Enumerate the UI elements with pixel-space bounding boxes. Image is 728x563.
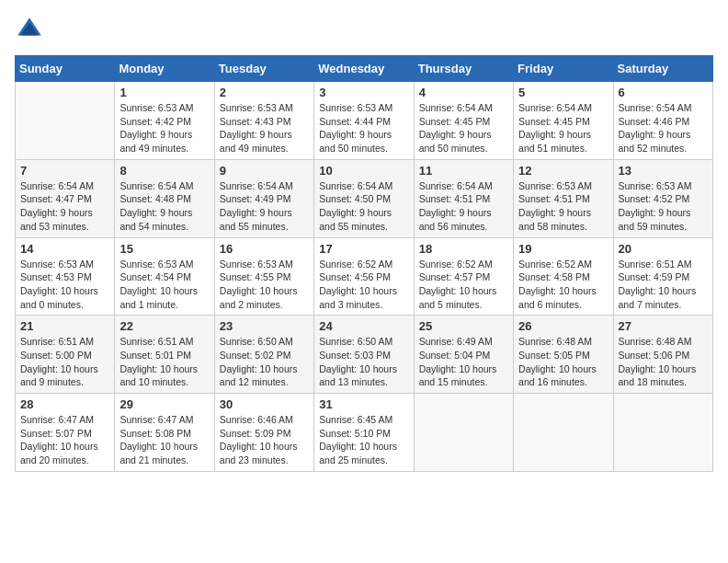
weekday-header-thursday: Thursday [414, 56, 513, 82]
calendar-cell: 3Sunrise: 6:53 AMSunset: 4:44 PMDaylight… [314, 82, 414, 160]
calendar-cell: 14Sunrise: 6:53 AMSunset: 4:53 PMDayligh… [16, 237, 115, 316]
day-info: Sunrise: 6:53 AMSunset: 4:52 PMDaylight:… [619, 179, 708, 234]
day-number: 6 [619, 86, 708, 99]
calendar-cell: 31Sunrise: 6:45 AMSunset: 5:10 PMDayligh… [314, 394, 414, 472]
day-info: Sunrise: 6:51 AMSunset: 5:00 PMDaylight:… [20, 335, 109, 389]
calendar-cell: 15Sunrise: 6:53 AMSunset: 4:54 PMDayligh… [115, 237, 214, 316]
calendar-cell [613, 394, 712, 472]
day-info: Sunrise: 6:53 AMSunset: 4:43 PMDaylight:… [220, 101, 309, 155]
day-info: Sunrise: 6:54 AMSunset: 4:45 PMDaylight:… [419, 101, 508, 155]
day-info: Sunrise: 6:47 AMSunset: 5:08 PMDaylight:… [119, 413, 209, 467]
day-info: Sunrise: 6:51 AMSunset: 4:59 PMDaylight:… [619, 258, 708, 312]
day-number: 7 [20, 164, 109, 178]
day-info: Sunrise: 6:54 AMSunset: 4:45 PMDaylight:… [518, 101, 608, 155]
calendar-cell: 18Sunrise: 6:52 AMSunset: 4:57 PMDayligh… [414, 237, 513, 316]
day-number: 28 [20, 397, 109, 411]
day-info: Sunrise: 6:47 AMSunset: 5:07 PMDaylight:… [20, 413, 109, 467]
page-header [15, 15, 713, 44]
day-info: Sunrise: 6:52 AMSunset: 4:56 PMDaylight:… [319, 258, 408, 312]
day-number: 27 [619, 319, 708, 333]
day-info: Sunrise: 6:52 AMSunset: 4:57 PMDaylight:… [419, 258, 508, 312]
day-info: Sunrise: 6:46 AMSunset: 5:09 PMDaylight:… [220, 413, 309, 467]
day-number: 31 [319, 397, 408, 411]
day-info: Sunrise: 6:53 AMSunset: 4:55 PMDaylight:… [220, 258, 309, 312]
calendar-cell: 17Sunrise: 6:52 AMSunset: 4:56 PMDayligh… [314, 237, 414, 316]
day-info: Sunrise: 6:53 AMSunset: 4:53 PMDaylight:… [20, 258, 109, 312]
day-info: Sunrise: 6:54 AMSunset: 4:48 PMDaylight:… [119, 179, 209, 234]
day-number: 13 [619, 164, 708, 178]
calendar-cell: 10Sunrise: 6:54 AMSunset: 4:50 PMDayligh… [314, 159, 414, 237]
calendar-cell: 28Sunrise: 6:47 AMSunset: 5:07 PMDayligh… [16, 394, 115, 472]
calendar-cell: 30Sunrise: 6:46 AMSunset: 5:09 PMDayligh… [214, 394, 313, 472]
logo [15, 15, 48, 44]
day-info: Sunrise: 6:53 AMSunset: 4:54 PMDaylight:… [119, 258, 209, 312]
day-number: 19 [518, 242, 608, 256]
calendar-cell: 7Sunrise: 6:54 AMSunset: 4:47 PMDaylight… [16, 159, 115, 237]
weekday-header-wednesday: Wednesday [314, 56, 414, 82]
day-number: 12 [518, 164, 608, 178]
calendar-cell: 29Sunrise: 6:47 AMSunset: 5:08 PMDayligh… [115, 394, 214, 472]
calendar-week-3: 14Sunrise: 6:53 AMSunset: 4:53 PMDayligh… [16, 237, 713, 316]
calendar-cell: 23Sunrise: 6:50 AMSunset: 5:02 PMDayligh… [214, 316, 313, 394]
calendar-cell: 12Sunrise: 6:53 AMSunset: 4:51 PMDayligh… [514, 159, 613, 237]
day-info: Sunrise: 6:50 AMSunset: 5:03 PMDaylight:… [319, 335, 408, 389]
day-info: Sunrise: 6:54 AMSunset: 4:51 PMDaylight:… [419, 179, 508, 234]
day-number: 9 [220, 164, 309, 178]
logo-icon [15, 15, 44, 44]
day-number: 14 [20, 242, 109, 256]
calendar-cell: 22Sunrise: 6:51 AMSunset: 5:01 PMDayligh… [115, 316, 214, 394]
day-info: Sunrise: 6:54 AMSunset: 4:50 PMDaylight:… [319, 179, 408, 234]
calendar-cell: 25Sunrise: 6:49 AMSunset: 5:04 PMDayligh… [414, 316, 513, 394]
day-number: 5 [518, 86, 608, 99]
calendar-cell: 4Sunrise: 6:54 AMSunset: 4:45 PMDaylight… [414, 82, 513, 160]
day-number: 30 [220, 397, 309, 411]
calendar-cell: 24Sunrise: 6:50 AMSunset: 5:03 PMDayligh… [314, 316, 414, 394]
calendar-cell: 5Sunrise: 6:54 AMSunset: 4:45 PMDaylight… [514, 82, 613, 160]
calendar-week-5: 28Sunrise: 6:47 AMSunset: 5:07 PMDayligh… [16, 394, 713, 472]
calendar-cell: 6Sunrise: 6:54 AMSunset: 4:46 PMDaylight… [613, 82, 712, 160]
calendar-cell: 16Sunrise: 6:53 AMSunset: 4:55 PMDayligh… [214, 237, 313, 316]
calendar-table: SundayMondayTuesdayWednesdayThursdayFrid… [15, 55, 713, 472]
calendar-cell: 26Sunrise: 6:48 AMSunset: 5:05 PMDayligh… [514, 316, 613, 394]
calendar-week-4: 21Sunrise: 6:51 AMSunset: 5:00 PMDayligh… [16, 316, 713, 394]
day-number: 20 [619, 242, 708, 256]
day-info: Sunrise: 6:48 AMSunset: 5:05 PMDaylight:… [518, 335, 608, 389]
calendar-week-2: 7Sunrise: 6:54 AMSunset: 4:47 PMDaylight… [16, 159, 713, 237]
day-number: 29 [119, 397, 209, 411]
weekday-header-friday: Friday [514, 56, 613, 82]
day-info: Sunrise: 6:53 AMSunset: 4:42 PMDaylight:… [119, 101, 209, 155]
calendar-week-1: 1Sunrise: 6:53 AMSunset: 4:42 PMDaylight… [16, 82, 713, 160]
weekday-header-tuesday: Tuesday [214, 56, 313, 82]
calendar-cell: 21Sunrise: 6:51 AMSunset: 5:00 PMDayligh… [16, 316, 115, 394]
calendar-cell: 27Sunrise: 6:48 AMSunset: 5:06 PMDayligh… [613, 316, 712, 394]
calendar-cell: 13Sunrise: 6:53 AMSunset: 4:52 PMDayligh… [613, 159, 712, 237]
day-number: 3 [319, 86, 408, 99]
day-info: Sunrise: 6:54 AMSunset: 4:47 PMDaylight:… [20, 179, 109, 234]
calendar-cell: 2Sunrise: 6:53 AMSunset: 4:43 PMDaylight… [214, 82, 313, 160]
day-number: 16 [220, 242, 309, 256]
calendar-cell: 1Sunrise: 6:53 AMSunset: 4:42 PMDaylight… [115, 82, 214, 160]
day-info: Sunrise: 6:48 AMSunset: 5:06 PMDaylight:… [619, 335, 708, 389]
day-info: Sunrise: 6:50 AMSunset: 5:02 PMDaylight:… [220, 335, 309, 389]
calendar-cell: 9Sunrise: 6:54 AMSunset: 4:49 PMDaylight… [214, 159, 313, 237]
day-number: 23 [220, 319, 309, 333]
day-number: 21 [20, 319, 109, 333]
day-number: 15 [119, 242, 209, 256]
calendar-cell: 8Sunrise: 6:54 AMSunset: 4:48 PMDaylight… [115, 159, 214, 237]
day-number: 18 [419, 242, 508, 256]
day-number: 4 [419, 86, 508, 99]
day-number: 10 [319, 164, 408, 178]
calendar-cell [16, 82, 115, 160]
day-number: 22 [119, 319, 209, 333]
calendar-cell: 11Sunrise: 6:54 AMSunset: 4:51 PMDayligh… [414, 159, 513, 237]
day-info: Sunrise: 6:52 AMSunset: 4:58 PMDaylight:… [518, 258, 608, 312]
day-number: 1 [119, 86, 209, 99]
day-info: Sunrise: 6:54 AMSunset: 4:46 PMDaylight:… [619, 101, 708, 155]
day-info: Sunrise: 6:45 AMSunset: 5:10 PMDaylight:… [319, 413, 408, 467]
day-info: Sunrise: 6:53 AMSunset: 4:51 PMDaylight:… [518, 179, 608, 234]
day-number: 24 [319, 319, 408, 333]
day-number: 17 [319, 242, 408, 256]
calendar-cell [514, 394, 613, 472]
day-info: Sunrise: 6:49 AMSunset: 5:04 PMDaylight:… [419, 335, 508, 389]
calendar-cell: 20Sunrise: 6:51 AMSunset: 4:59 PMDayligh… [613, 237, 712, 316]
